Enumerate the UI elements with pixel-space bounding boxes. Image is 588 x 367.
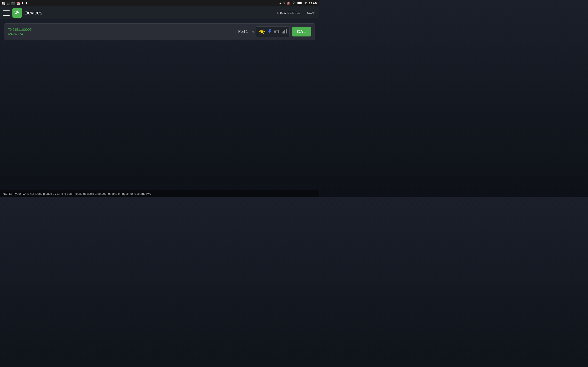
bottom-note: NOTE: If your iVA is not found please tr… bbox=[0, 190, 319, 197]
main-content: TX2151100005 iVA-0727A Port 1 ◥ bbox=[0, 19, 319, 44]
battery-icon bbox=[297, 1, 303, 5]
notification-icons: 🖼 🎧 📷 📅 ⬇ ⬇ bbox=[2, 2, 28, 5]
resize-handle: ◥ bbox=[252, 30, 254, 33]
svg-line-10 bbox=[260, 30, 261, 31]
status-bar-right: ∗︎ ℹ 🔇 11:32 AM bbox=[279, 1, 317, 5]
wifi-icon bbox=[292, 1, 296, 5]
status-indicators bbox=[256, 26, 290, 37]
svg-rect-17 bbox=[282, 32, 283, 33]
svg-line-13 bbox=[260, 33, 261, 34]
svg-rect-20 bbox=[286, 29, 287, 33]
device-controls: CAL bbox=[256, 26, 311, 37]
calendar-icon: 📅 bbox=[16, 2, 20, 5]
download-icon: ⬇ bbox=[21, 2, 24, 5]
app-bar-actions: SHOW DETAILS SCAN bbox=[276, 10, 317, 16]
status-bar: 🖼 🎧 📷 📅 ⬇ ⬇ ∗︎ ℹ 🔇 11:32 AM bbox=[0, 0, 319, 6]
page-title: Devices bbox=[24, 10, 276, 16]
download2-icon: ⬇ bbox=[25, 2, 28, 5]
svg-line-11 bbox=[263, 33, 264, 34]
bluetooth-status-icon: ℹ bbox=[284, 1, 285, 5]
bluetooth-connected-icon bbox=[268, 28, 271, 35]
svg-line-12 bbox=[263, 30, 264, 31]
device-card: TX2151100005 iVA-0727A Port 1 ◥ bbox=[4, 23, 315, 40]
cal-button[interactable]: CAL bbox=[292, 27, 311, 36]
app-logo: iV bbox=[12, 8, 22, 18]
svg-rect-16 bbox=[274, 31, 276, 33]
headset-icon: 🎧 bbox=[6, 2, 10, 5]
svg-rect-1 bbox=[298, 2, 301, 4]
time-display: 11:32 AM bbox=[304, 2, 317, 5]
app-bar: iV Devices SHOW DETAILS SCAN bbox=[0, 6, 319, 19]
svg-rect-15 bbox=[279, 31, 279, 32]
device-id: TX2151100005 bbox=[8, 27, 238, 31]
bluetooth-icon: ∗︎ bbox=[279, 1, 282, 5]
sun-icon bbox=[258, 28, 266, 35]
scan-button[interactable]: SCAN bbox=[306, 10, 317, 16]
menu-button[interactable] bbox=[3, 10, 10, 16]
show-details-button[interactable]: SHOW DETAILS bbox=[276, 10, 301, 16]
svg-rect-18 bbox=[283, 31, 284, 33]
device-model: iVA-0727A bbox=[8, 32, 238, 36]
video-icon: 📷 bbox=[11, 2, 15, 5]
device-info: TX2151100005 iVA-0727A bbox=[8, 27, 238, 36]
signal-icon bbox=[282, 29, 287, 34]
svg-point-5 bbox=[260, 30, 263, 33]
battery-level-icon bbox=[274, 30, 279, 33]
svg-rect-19 bbox=[284, 30, 285, 33]
mute-icon: 🔇 bbox=[286, 2, 290, 5]
photo-icon: 🖼 bbox=[2, 2, 5, 5]
svg-rect-2 bbox=[302, 2, 303, 4]
device-port: Port 1 bbox=[238, 30, 248, 34]
svg-rect-3 bbox=[13, 9, 21, 17]
